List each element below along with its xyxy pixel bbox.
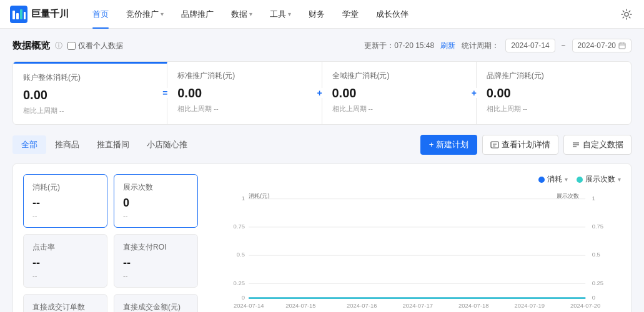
metric-row-2: 直接成交订单数 0 -- 直接成交金额(元) 0.00 -- (23, 294, 198, 312)
date-end-picker[interactable]: 2024-07-20 (572, 39, 632, 52)
stat-value: 0.00 (177, 86, 311, 100)
stat-label: 账户整体消耗(元) (23, 72, 157, 83)
svg-text:2024-07-20: 2024-07-20 (570, 302, 600, 309)
metric-name: 点击率 (32, 242, 98, 253)
metric-compare: -- (123, 212, 189, 220)
svg-rect-10 (491, 142, 498, 148)
nav-item-品牌推广[interactable]: 品牌推广 (172, 0, 222, 29)
date-end-value: 2024-07-20 (578, 41, 616, 50)
metric-card-1-1[interactable]: 直接支付ROI -- -- (114, 234, 198, 288)
stat-prefix: + (317, 88, 322, 98)
svg-text:0: 0 (242, 294, 245, 301)
svg-text:2024-07-19: 2024-07-19 (514, 302, 544, 309)
page-title-area: 数据概览 ⓘ 仅看个人数据 (12, 40, 123, 52)
nav-label: 首页 (92, 9, 109, 20)
metric-name: 直接成交订单数 (32, 302, 98, 312)
metric-name: 直接成交金额(元) (123, 302, 189, 312)
metric-value: -- (123, 256, 189, 270)
tab-3[interactable]: 小店随心推 (138, 135, 196, 154)
svg-text:2024-07-18: 2024-07-18 (458, 302, 488, 309)
svg-text:0.75: 0.75 (592, 223, 603, 230)
chart-legend: 消耗 ▾ 展示次数 ▾ (208, 174, 621, 185)
stat-card-2[interactable]: 全域推广消耗(元) 0.00 相比上周期 -- + (322, 62, 477, 124)
stat-compare: 相比上周期 -- (23, 106, 157, 115)
logo-icon (10, 6, 27, 23)
nav-label: 学堂 (342, 9, 359, 20)
content-area: 消耗(元) -- -- 展示次数 0 -- 点击率 -- -- 直接支付ROI … (12, 163, 632, 312)
stat-card-1[interactable]: 标准推广消耗(元) 0.00 相比上周期 -- = (167, 62, 322, 124)
metric-card-0-1[interactable]: 展示次数 0 -- (114, 174, 198, 228)
tab-1[interactable]: 推商品 (46, 135, 88, 154)
svg-text:消耗(元): 消耗(元) (249, 192, 269, 199)
nav-item-成长伙伴[interactable]: 成长伙伴 (367, 0, 417, 29)
chevron-down-icon: ▾ (288, 11, 291, 17)
nav-item-竞价推广[interactable]: 竞价推广▾ (117, 0, 172, 29)
svg-rect-1 (12, 11, 15, 19)
svg-text:1: 1 (242, 195, 245, 202)
svg-text:展示次数: 展示次数 (557, 192, 579, 199)
metric-row-0: 消耗(元) -- -- 展示次数 0 -- (23, 174, 198, 228)
nav-item-数据[interactable]: 数据▾ (222, 0, 261, 29)
svg-text:0.25: 0.25 (592, 280, 603, 286)
personal-data-checkbox[interactable] (67, 42, 76, 50)
svg-text:2024-07-17: 2024-07-17 (403, 302, 433, 309)
stat-value: 0.00 (332, 86, 466, 100)
metric-name: 直接支付ROI (123, 242, 189, 253)
updated-at: 更新于：07-20 15:48 (364, 41, 434, 51)
stat-label: 全域推广消耗(元) (332, 71, 466, 81)
metric-compare: -- (32, 272, 98, 280)
period-label: 统计周期： (462, 41, 499, 51)
svg-point-5 (625, 12, 628, 16)
nav-item-首页[interactable]: 首页 (84, 0, 117, 29)
tabs-toolbar: 全部推商品推直播间小店随心推 + 新建计划 查看计划详情 自定义数据 (12, 135, 632, 155)
metric-card-1-0[interactable]: 点击率 -- -- (23, 234, 107, 288)
new-plan-button[interactable]: + 新建计划 (420, 135, 477, 155)
page-header: 数据概览 ⓘ 仅看个人数据 更新于：07-20 15:48 刷新 统计周期： 2… (12, 39, 632, 52)
nav-item-财务[interactable]: 财务 (300, 0, 334, 29)
legend-item-消耗[interactable]: 消耗 ▾ (538, 174, 568, 185)
svg-rect-6 (619, 43, 625, 49)
nav-item-学堂[interactable]: 学堂 (334, 0, 367, 29)
view-detail-label: 查看计划详情 (502, 139, 550, 150)
personal-data-label: 仅看个人数据 (78, 41, 123, 51)
legend-item-展示次数[interactable]: 展示次数 ▾ (577, 174, 621, 185)
top-navigation: 巨量千川 首页竞价推广▾品牌推广数据▾工具▾财务学堂成长伙伴 (0, 0, 644, 29)
date-tilde: ~ (562, 41, 566, 50)
metric-name: 消耗(元) (32, 182, 98, 193)
svg-text:1: 1 (592, 195, 595, 202)
legend-chevron: ▾ (565, 176, 568, 183)
svg-rect-3 (20, 9, 22, 19)
metric-card-2-0[interactable]: 直接成交订单数 0 -- (23, 294, 107, 312)
metric-card-2-1[interactable]: 直接成交金额(元) 0.00 -- (114, 294, 198, 312)
refresh-button[interactable]: 刷新 (440, 41, 455, 51)
date-start-picker[interactable]: 2024-07-14 (505, 39, 555, 52)
metric-compare: -- (123, 272, 189, 280)
logo-area[interactable]: 巨量千川 (10, 6, 69, 23)
metric-card-0-0[interactable]: 消耗(元) -- -- (23, 174, 107, 228)
tab-2[interactable]: 推直播间 (88, 135, 138, 154)
custom-data-button[interactable]: 自定义数据 (563, 135, 632, 155)
metric-value: -- (32, 197, 98, 210)
page-title: 数据概览 (12, 40, 50, 52)
nav-item-工具[interactable]: 工具▾ (261, 0, 300, 29)
tab-0[interactable]: 全部 (12, 135, 46, 154)
stat-card-0[interactable]: 账户整体消耗(元) 0.00 相比上周期 -- (13, 62, 167, 124)
svg-text:0: 0 (592, 294, 595, 301)
nav-label: 品牌推广 (181, 9, 214, 20)
svg-rect-4 (24, 12, 26, 19)
toolbar-buttons: + 新建计划 查看计划详情 自定义数据 (420, 135, 632, 155)
settings-icon[interactable] (619, 7, 634, 22)
metric-value: 0 (123, 197, 189, 210)
metric-name: 展示次数 (123, 182, 189, 193)
main-content: 数据概览 ⓘ 仅看个人数据 更新于：07-20 15:48 刷新 统计周期： 2… (0, 29, 644, 312)
nav-right (619, 7, 634, 22)
page-info-icon[interactable]: ⓘ (55, 41, 62, 51)
view-detail-button[interactable]: 查看计划详情 (482, 135, 558, 155)
personal-data-checkbox-label[interactable]: 仅看个人数据 (67, 41, 123, 51)
stat-compare: 相比上周期 -- (487, 104, 621, 114)
chevron-down-icon: ▾ (161, 11, 164, 17)
stat-card-3[interactable]: 品牌推广消耗(元) 0.00 相比上周期 -- + (477, 62, 631, 124)
svg-text:0.75: 0.75 (233, 223, 244, 230)
nav-label: 成长伙伴 (376, 9, 409, 20)
svg-text:0.5: 0.5 (592, 251, 600, 258)
